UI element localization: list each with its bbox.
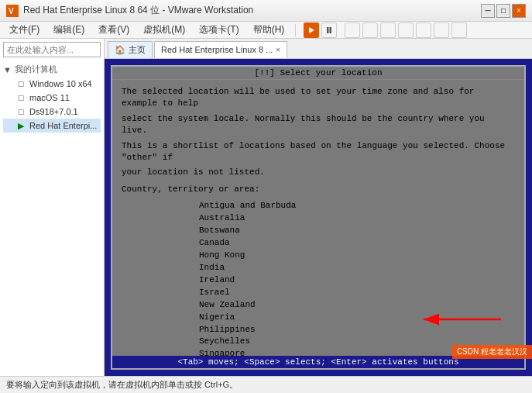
menu-file[interactable]: 文件(F) — [3, 22, 46, 38]
terminal-window: [!!] Select your location The selected l… — [111, 65, 526, 370]
sidebar-item-label-3: Ds918+7.0.1 — [29, 107, 78, 116]
computer-icon-4: ▶ — [15, 120, 26, 131]
sidebar-item-label: Windows 10 x64 — [29, 79, 92, 88]
country-item[interactable]: Nigeria — [199, 312, 515, 324]
computer-icon-3: □ — [15, 106, 26, 117]
menu-view[interactable]: 查看(V) — [92, 22, 136, 38]
sidebar-item-redhat[interactable]: ▶ Red Hat Enterpi... — [3, 119, 101, 133]
toolbar-icon-1[interactable] — [345, 22, 360, 38]
toolbar-icon-6[interactable] — [434, 22, 449, 38]
menu-separator — [295, 24, 296, 36]
country-item[interactable]: Philippines — [199, 324, 515, 336]
vm-tab-label: Red Hat Enterprise Linux 8 ... — [161, 45, 273, 54]
menu-bar: 文件(F) 编辑(E) 查看(V) 虚拟机(M) 选项卡(T) 帮助(H) — [0, 22, 532, 39]
sidebar-item-macos[interactable]: □ macOS 11 — [3, 91, 101, 105]
content-area: 🏠 主页 Red Hat Enterprise Linux 8 ... × [!… — [105, 39, 532, 376]
sidebar-item-windows[interactable]: □ Windows 10 x64 — [3, 77, 101, 91]
window-controls[interactable]: ─ □ × — [481, 4, 526, 18]
main-area: ▼ 我的计算机 □ Windows 10 x64 □ macOS 11 □ Ds… — [0, 39, 532, 376]
country-item[interactable]: New Zealand — [199, 299, 515, 312]
tab-vm[interactable]: Red Hat Enterprise Linux 8 ... × — [154, 41, 287, 58]
country-list: Antigua and BarbudaAustraliaBotswanaCana… — [199, 200, 515, 356]
play-icon[interactable] — [304, 22, 319, 38]
bottom-status-bar: 要将输入定向到该虚拟机，请在虚拟机内部单击或按 Ctrl+G。 — [0, 376, 532, 393]
toolbar-icon-2[interactable] — [362, 22, 378, 38]
menu-vm[interactable]: 虚拟机(M) — [137, 22, 191, 38]
toolbar-icon-4[interactable] — [398, 22, 414, 38]
computer-icon: □ — [15, 78, 26, 89]
svg-marker-2 — [309, 27, 314, 33]
maximize-button[interactable]: □ — [496, 4, 510, 18]
computer-icon-2: □ — [15, 92, 26, 103]
app-window: V Red Hat Enterprise Linux 8 64 位 - VMwa… — [0, 0, 532, 393]
country-item[interactable]: Australia — [199, 212, 515, 225]
country-item[interactable]: Ireland — [199, 274, 515, 287]
desc-line-3: This is a shortlist of locations based o… — [122, 140, 515, 164]
menu-edit[interactable]: 编辑(E) — [47, 22, 91, 38]
status-bar-text: <Tab> moves; <Space> selects; <Enter> ac… — [177, 357, 458, 367]
svg-rect-3 — [327, 27, 329, 33]
collapse-icon: ▼ — [3, 65, 12, 74]
sidebar-item-label-4: Red Hat Enterpi... — [29, 121, 97, 130]
window-title: Red Hat Enterprise Linux 8 64 位 - VMware… — [23, 4, 476, 17]
terminal-title: [!!] Select your location — [254, 68, 382, 78]
svg-rect-4 — [330, 27, 332, 33]
country-item[interactable]: Canada — [199, 237, 515, 250]
toolbar-icon-3[interactable] — [380, 22, 396, 38]
sidebar-item-ds918[interactable]: □ Ds918+7.0.1 — [3, 105, 101, 119]
svg-text:V: V — [9, 7, 14, 16]
menu-help[interactable]: 帮助(H) — [247, 22, 291, 38]
sidebar: ▼ 我的计算机 □ Windows 10 x64 □ macOS 11 □ Ds… — [0, 39, 105, 376]
country-item[interactable]: Antigua and Barbuda — [199, 200, 515, 212]
tab-home-label: 主页 — [129, 44, 146, 56]
tab-bar: 🏠 主页 Red Hat Enterprise Linux 8 ... × — [105, 39, 532, 59]
sidebar-section-header: ▼ 我的计算机 — [3, 62, 101, 77]
tab-close-icon[interactable]: × — [276, 46, 280, 54]
section-label: 我的计算机 — [15, 64, 57, 75]
app-icon: V — [6, 5, 19, 17]
sidebar-section-mycomputer: ▼ 我的计算机 □ Windows 10 x64 □ macOS 11 □ Ds… — [0, 60, 104, 134]
watermark: CSDN 程老老老汉汉 — [452, 345, 532, 359]
toolbar-icon-5[interactable] — [416, 22, 431, 38]
sidebar-item-label-2: macOS 11 — [29, 93, 70, 102]
toolbar-icon-7[interactable] — [451, 22, 467, 38]
desc-line-2: select the system locale. Normally this … — [122, 113, 515, 137]
sidebar-search-area — [0, 39, 104, 60]
country-item[interactable]: Hong Kong — [199, 250, 515, 262]
desc-line-4: your location is not listed. — [122, 167, 515, 178]
country-item[interactable]: India — [199, 262, 515, 274]
vm-display[interactable]: [!!] Select your location The selected l… — [105, 59, 532, 376]
search-input[interactable] — [3, 42, 101, 57]
bottom-status-text: 要将输入定向到该虚拟机，请在虚拟机内部单击或按 Ctrl+G。 — [6, 379, 238, 391]
pause-icon[interactable] — [321, 22, 337, 38]
close-button[interactable]: × — [512, 4, 526, 18]
terminal-content: The selected location will be used to se… — [112, 80, 524, 356]
tab-home[interactable]: 🏠 主页 — [108, 41, 153, 58]
menu-tab[interactable]: 选项卡(T) — [193, 22, 245, 38]
desc-line-1: The selected location will be used to se… — [122, 86, 515, 110]
country-label: Country, territory or area: — [122, 184, 515, 195]
title-bar: V Red Hat Enterprise Linux 8 64 位 - VMwa… — [0, 0, 532, 22]
home-icon: 🏠 — [115, 45, 125, 55]
country-item[interactable]: Israel — [199, 287, 515, 299]
minimize-button[interactable]: ─ — [481, 4, 495, 18]
terminal-title-bar: [!!] Select your location — [112, 67, 524, 80]
country-item[interactable]: Botswana — [199, 225, 515, 237]
